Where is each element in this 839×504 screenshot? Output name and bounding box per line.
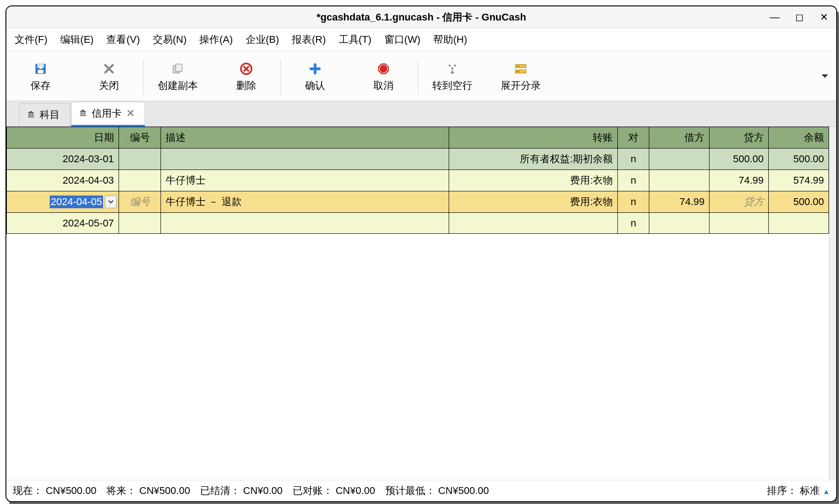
column-transfer[interactable]: 转账 — [449, 127, 618, 149]
cell-date[interactable]: 2024-03-01 — [7, 149, 119, 170]
svg-rect-4 — [176, 64, 182, 72]
enter-button[interactable]: 确认 — [281, 55, 349, 99]
column-reconcile[interactable]: 对 — [618, 127, 649, 149]
status-present: CN¥500.00 — [46, 485, 96, 496]
status-projmin: CN¥500.00 — [438, 485, 489, 496]
cell-cred[interactable] — [710, 213, 769, 234]
cell-num[interactable] — [119, 149, 161, 170]
goblank-label: 转到空行 — [432, 79, 472, 93]
menu-view[interactable]: 查看(V) — [106, 33, 140, 46]
cell-desc[interactable]: 牛仔博士 — [161, 170, 449, 191]
status-cleared: CN¥0.00 — [243, 485, 283, 496]
chevron-up-icon: ▲ — [823, 488, 830, 495]
menu-file[interactable]: 文件(F) — [15, 33, 47, 46]
cancel-button[interactable]: 取消 — [349, 55, 418, 99]
cell-transfer[interactable]: 费用:衣物 — [449, 191, 618, 213]
menubar: 文件(F) 编辑(E) 查看(V) 交易(N) 操作(A) 企业(B) 报表(R… — [6, 28, 836, 51]
close-button[interactable]: 关闭 — [75, 55, 143, 99]
window-title: *gcashdata_6.1.gnucash - 信用卡 - GnuCash — [316, 10, 526, 24]
table-row-active[interactable]: 2024-04-05 编号 牛仔博士 － 退款 费用:衣物 n 74.99 贷方… — [7, 191, 829, 213]
window-maximize-button[interactable]: ◻ — [792, 11, 806, 23]
cell-num[interactable] — [119, 170, 161, 191]
cell-deb[interactable] — [649, 149, 710, 170]
delete-button[interactable]: 删除 — [212, 55, 280, 99]
svg-rect-15 — [517, 71, 520, 72]
window-close-button[interactable]: ✕ — [817, 11, 831, 23]
date-dropdown-button[interactable] — [105, 195, 117, 208]
cell-rec[interactable]: n — [618, 149, 649, 170]
menu-transaction[interactable]: 交易(N) — [153, 33, 187, 46]
status-future-label: 将来： — [106, 485, 136, 496]
cell-transfer[interactable] — [449, 213, 618, 234]
menu-help[interactable]: 帮助(H) — [433, 33, 467, 46]
window-minimize-button[interactable]: — — [768, 11, 782, 23]
status-sort[interactable]: 排序： 标准 ▲ — [767, 484, 830, 498]
column-date[interactable]: 日期 — [7, 127, 119, 149]
save-button[interactable]: 保存 — [6, 55, 75, 99]
scrollbar[interactable] — [829, 127, 836, 480]
cell-deb[interactable]: 74.99 — [649, 191, 710, 213]
svg-rect-2 — [38, 70, 44, 74]
cell-cred[interactable]: 500.00 — [710, 149, 769, 170]
tab-credit-label: 信用卡 — [92, 107, 122, 120]
titlebar: *gcashdata_6.1.gnucash - 信用卡 - GnuCash —… — [6, 6, 836, 28]
menu-reports[interactable]: 报表(R) — [292, 33, 326, 46]
cell-date[interactable]: 2024-05-07 — [7, 213, 119, 234]
menu-business[interactable]: 企业(B) — [246, 33, 279, 46]
cell-transfer[interactable]: 所有者权益:期初余额 — [449, 149, 618, 170]
cell-num[interactable]: 编号 — [119, 191, 161, 213]
table-row[interactable]: 2024-05-07 n — [7, 213, 829, 234]
menu-tools[interactable]: 工具(T) — [339, 33, 372, 46]
menu-actions[interactable]: 操作(A) — [199, 33, 233, 46]
status-projmin-label: 预计最低： — [385, 485, 435, 496]
svg-point-10 — [454, 65, 456, 67]
cell-desc[interactable]: 牛仔博士 － 退款 — [161, 191, 449, 213]
save-icon — [33, 62, 48, 76]
tab-close-button[interactable]: ✕ — [126, 108, 135, 119]
statusbar: 现在： CN¥500.00 将来： CN¥500.00 已结清： CN¥0.00… — [6, 480, 836, 501]
cell-bal: 500.00 — [768, 149, 829, 170]
cell-deb[interactable] — [649, 170, 710, 191]
cell-deb[interactable] — [649, 213, 710, 234]
register[interactable]: 日期 编号 描述 转账 对 借方 贷方 余额 2024-03-01 所有者权益:… — [6, 127, 836, 480]
cell-bal: 574.99 — [768, 170, 829, 191]
cell-bal: 500.00 — [768, 191, 829, 213]
menu-window[interactable]: 窗口(W) — [384, 33, 420, 46]
cell-cred[interactable]: 74.99 — [710, 170, 769, 191]
close-label: 关闭 — [99, 79, 119, 93]
column-credit[interactable]: 贷方 — [710, 127, 769, 149]
table-row[interactable]: 2024-03-01 所有者权益:期初余额 n 500.00 500.00 — [7, 149, 829, 170]
goblank-button[interactable]: 转到空行 — [418, 55, 487, 99]
column-desc[interactable]: 描述 — [161, 127, 449, 149]
menu-edit[interactable]: 编辑(E) — [60, 33, 93, 46]
sort-label: 排序： — [767, 485, 797, 496]
cell-date-edit[interactable]: 2024-04-05 — [7, 191, 119, 213]
delete-icon — [239, 62, 254, 76]
cell-cred[interactable]: 贷方 — [710, 191, 769, 213]
splits-icon — [513, 62, 528, 76]
column-num[interactable]: 编号 — [119, 127, 161, 149]
cell-rec[interactable]: n — [618, 213, 649, 234]
column-debit[interactable]: 借方 — [649, 127, 710, 149]
tabbar: 科目 信用卡 ✕ — [6, 101, 836, 127]
delete-label: 删除 — [236, 79, 256, 93]
cell-bal — [768, 213, 829, 234]
tab-accounts[interactable]: 科目 — [19, 103, 70, 126]
duplicate-button[interactable]: 创建副本 — [144, 55, 212, 99]
date-input[interactable]: 2024-04-05 — [50, 195, 103, 208]
toolbar-overflow-button[interactable] — [820, 71, 830, 83]
status-present-label: 现在： — [13, 485, 43, 496]
table-row[interactable]: 2024-04-03 牛仔博士 费用:衣物 n 74.99 574.99 — [7, 170, 829, 191]
chevron-down-icon — [108, 200, 114, 204]
cell-rec[interactable]: n — [618, 170, 649, 191]
cell-transfer[interactable]: 费用:衣物 — [449, 170, 618, 191]
cell-desc[interactable] — [161, 149, 449, 170]
cell-num[interactable] — [119, 213, 161, 234]
column-balance[interactable]: 余额 — [768, 127, 829, 149]
cell-desc[interactable] — [161, 213, 449, 234]
splits-button[interactable]: 展开分录 — [487, 55, 555, 99]
cell-rec[interactable]: n — [618, 191, 649, 213]
cell-date[interactable]: 2024-04-03 — [7, 170, 119, 191]
stop-icon — [376, 62, 391, 76]
tab-credit[interactable]: 信用卡 ✕ — [71, 102, 145, 127]
